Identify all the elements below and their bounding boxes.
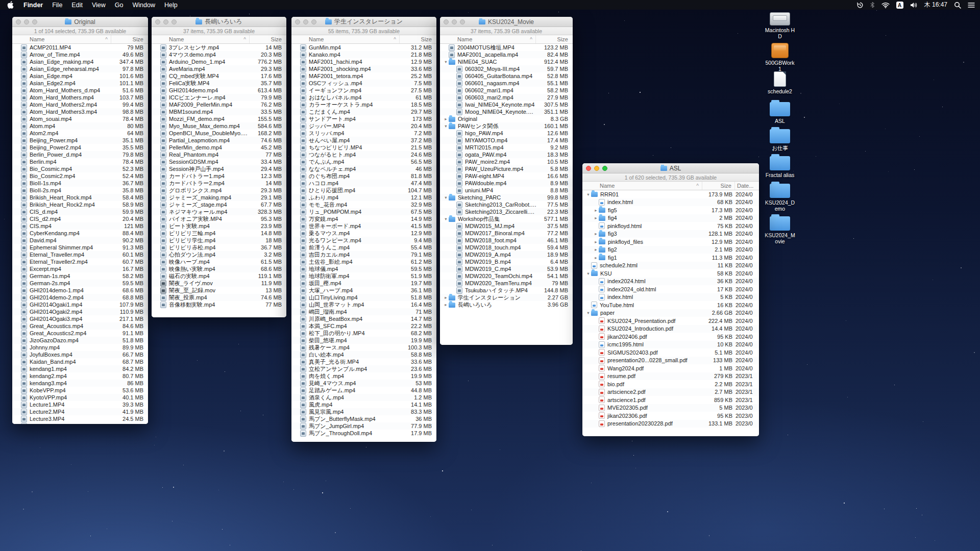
file-row[interactable]: ▸fig22.1 MB2024/0 [582,246,759,254]
file-row[interactable]: index.html5 KB2024/0 [582,293,759,302]
file-row[interactable]: ogata_PAW.mp418.3 MB [440,151,573,158]
file-row[interactable]: Wang2024.pdf1 MB2024/0 [582,364,759,372]
file-row[interactable]: 心拍ダウン法.mp43.2 MB [152,251,286,258]
file-row[interactable]: ▾RRR01173.9 MB2024/0 [582,190,759,198]
column-header-size[interactable]: Size [535,35,573,43]
file-row[interactable]: MAF2009_PellerMin.mp476.2 MB [152,101,286,108]
file-row[interactable]: つながるヒト.mp424.6 MB [291,151,436,158]
file-row[interactable]: CIS_d.mp459.9 MB [12,208,148,215]
apple-menu-icon[interactable] [4,0,19,10]
file-row[interactable]: ▾Sketching_PARC99.8 MB [440,194,573,201]
file-row[interactable]: Mozzi_FM_demo.mp4155.5 MB [152,115,286,122]
disclosure-triangle[interactable]: ▸ [593,247,599,252]
file-row[interactable]: Myo_Muse_Max_demo.mp4584.6 MB [152,122,286,130]
file-row[interactable]: Berlin.mp478.4 MB [12,158,148,165]
menu-item-go[interactable]: Go [110,0,128,10]
file-row[interactable]: GHI2014Ogaki1.mp4107.9 MB [12,301,148,308]
file-row[interactable]: 本満_SFC.mp422.2 MB [291,322,436,330]
file-row[interactable]: jikan202406.pdf95 KB2024/0 [582,333,759,341]
file-row[interactable]: 060603_mari2.mp427.9 MB [440,94,573,101]
menu-item-edit[interactable]: Edit [67,0,87,10]
file-row[interactable]: MAF2001_acapella.mp482.4 MB [440,51,573,58]
file-row[interactable]: Asian_Edge_rehearsal.mp497.8 MB [12,65,148,72]
file-row[interactable]: 残暑ケース.mp4100.3 MB [291,344,436,351]
file-row[interactable]: ▸fig42 MB2024/0 [582,214,759,222]
file-row[interactable]: PAW_UzeuPicture.mp45.8 MB [440,165,573,172]
file-row[interactable]: resume.pdf279 KB2023/1 [582,372,759,381]
file-row[interactable]: でんぷん.mp456.5 MB [291,158,436,165]
column-header-name[interactable]: Name^ [291,36,399,42]
file-row[interactable]: Bio_Cosmic2.mp452.4 MB [12,172,148,180]
menu-clock[interactable]: 木 16:47 [924,1,947,9]
file-row[interactable]: 嶋田_瑠南.mp471 MB [291,308,436,315]
file-row[interactable]: kendang3.mp486 MB [12,380,148,387]
window-titlebar[interactable]: KSU2024_Movie [440,17,573,27]
file-row[interactable]: uniuni.MP48.8 MB [440,187,573,194]
file-row[interactable]: Kaidan_Band.mp468.7 MB [12,358,148,365]
close-button[interactable] [586,166,591,171]
file-row[interactable]: Beijing_Power.mp435.1 MB [12,137,148,144]
file-row[interactable]: ひとり応援団.mp4104.7 MB [291,187,436,194]
disclosure-triangle[interactable]: ▾ [585,192,591,197]
file-row[interactable]: MDW2019_B.mp46.4 MB [440,258,573,265]
file-row[interactable]: ジッパー.MP420.4 MB [291,122,436,130]
file-row[interactable]: ハコロ.mp447.4 MB [291,180,436,187]
file-row[interactable]: 万変鏡.mp414.9 MB [291,215,436,222]
file-row[interactable]: Eternal_Traveller2.mp460.7 MB [12,258,148,265]
minimize-button[interactable] [594,166,599,171]
column-header-name[interactable]: Name^ [582,183,702,189]
file-row[interactable]: 磁石の実験.mp4119.1 MB [152,272,286,280]
file-row[interactable]: MDW2017_Binoral.mp477.2 MB [440,230,573,237]
file-row[interactable]: German-2s.mp459.5 MB [12,280,148,287]
file-row[interactable]: index2024_old.html17 KB2024/0 [582,285,759,293]
column-header-size[interactable]: Size [111,35,148,43]
file-row[interactable]: 土佐谷_影絵.mp461.2 MB [291,258,436,265]
file-row[interactable]: Moog_NIME04_Keynote.mp4351.1 MB [440,108,573,115]
file-row[interactable]: Atom2.mp464 MB [12,130,148,137]
file-row[interactable]: 地球儀.mp459.5 MB [291,265,436,272]
file-row[interactable]: 2004MOTUS檜垣.MP4123.2 MB [440,44,573,51]
file-row[interactable]: 闇夜_投票.mp474.6 MB [152,294,286,301]
file-row[interactable]: PAW-eight.MP416.6 MB [440,172,573,180]
file-row[interactable]: GHI2014demo.mp4613.4 MB [152,87,286,94]
file-row[interactable]: 白い絵本.mp458.8 MB [291,351,436,358]
file-row[interactable]: pinkfloyd.html75 KB2024/0 [582,222,759,230]
file-row[interactable]: CQ_mbed実験.MP417.6 MB [152,72,286,80]
file-row[interactable]: Atom_Hard_Mothers_d.mp451.6 MB [12,87,148,94]
file-row[interactable]: ▸学生インスタレーション2.27 GB [440,294,573,301]
file-row[interactable]: MVE202305.pdf5 MB2023/0 [582,404,759,412]
volume-icon[interactable] [910,2,918,8]
file-row[interactable]: Sketching2013_Ziccarelli.MP422.3 MB [440,208,573,215]
window-titlebar[interactable]: 長嶋いろいろ [152,17,286,27]
file-row[interactable]: ジャミーズ_stage.mp467.7 MB [152,201,286,208]
file-row[interactable]: Excerpt.mp416.7 MB [12,265,148,272]
close-button[interactable] [16,19,21,24]
file-row[interactable]: KyotoVPP.mp440.1 MB [12,394,148,401]
file-row[interactable]: MDW2015_MJ.mp437.5 MB [440,222,573,230]
file-row[interactable]: CIS_d2.mp420.4 MB [12,215,148,222]
file-row[interactable]: ジャミーズ_making.mp429.1 MB [152,194,286,201]
file-row[interactable]: Lecture3.MP424.5 MB [12,415,148,422]
zoom-button[interactable] [172,19,177,24]
file-row[interactable]: Arduino_Demo_1.mp4776.2 MB [152,58,286,65]
file-row[interactable]: ちなつピリピリ.MP421.5 MB [291,144,436,151]
disclosure-triangle[interactable]: ▾ [443,60,449,64]
file-row[interactable]: Iwai_NIME04_Keynote.mp4307.5 MB [440,101,573,108]
disclosure-triangle[interactable]: ▾ [585,271,591,276]
minimize-button[interactable] [303,19,308,24]
file-row[interactable]: ▾paper2.66 GB2024/0 [582,309,759,317]
disclosure-triangle[interactable]: ▸ [593,240,599,244]
file-row[interactable]: OpenBCI_Muse_DoubleMyo.mp4168.2 MB [152,130,286,137]
file-row[interactable]: BioII-1s.mp436.7 MB [12,180,148,187]
file-row[interactable]: Legend-1s.mp490.9 MB [12,422,148,424]
file-row[interactable]: KSU2024_Introduction.pdf14.4 MB2024/0 [582,325,759,333]
file-row[interactable]: SessionGDSM.mp433.4 MB [152,158,286,165]
file-row[interactable]: 山口TinyLiving.mp451.8 MB [291,294,436,301]
file-row[interactable]: ICCビエンナーレ.mp479.9 MB [152,94,286,101]
file-row[interactable]: Johnny.mp489.9 MB [12,344,148,351]
file-row[interactable]: 映像ハープ.mp461.5 MB [152,258,286,265]
column-header-size[interactable]: Size [702,182,734,190]
file-row[interactable]: 地球防衛軍.mp451.9 MB [291,272,436,280]
file-row[interactable]: CIS.mp4121 MB [12,222,148,230]
file-row[interactable]: GHI2014demo-1.mp468.6 MB [12,287,148,294]
